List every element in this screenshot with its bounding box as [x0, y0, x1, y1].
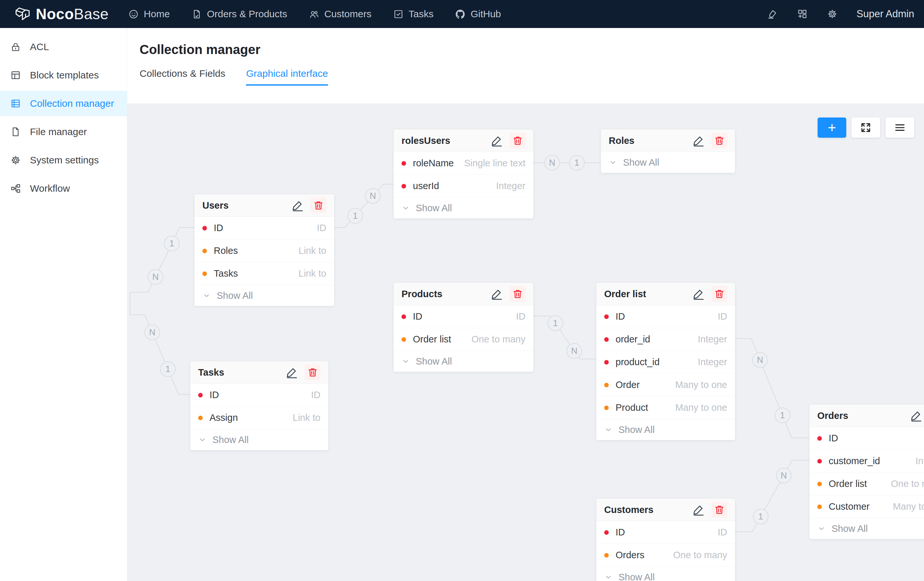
delete-collection-button[interactable] [510, 133, 525, 149]
entity-title: Roles [609, 136, 692, 146]
show-all-toggle[interactable]: Show All [195, 285, 334, 306]
content-header: Collection manager Collections & FieldsG… [127, 28, 924, 104]
diagram-menu-button[interactable] [886, 118, 914, 138]
cardinality-label: 1 [165, 364, 170, 374]
edit-collection-button[interactable] [285, 366, 299, 379]
sidebar-item-acl[interactable]: ACL [0, 34, 127, 60]
cardinality-label: 1 [169, 238, 174, 248]
nocobase-logo-icon [14, 5, 31, 22]
field-type: Integer [496, 180, 525, 191]
field-dot-red [604, 360, 609, 364]
delete-collection-button[interactable] [510, 286, 525, 302]
trash-icon [512, 135, 523, 146]
delete-collection-button[interactable] [311, 198, 326, 213]
tab-bar: Collections & FieldsGraphical interface [140, 68, 924, 86]
field-name: Roles [214, 245, 299, 256]
fullscreen-button[interactable] [851, 118, 880, 138]
entity-header[interactable]: Tasks [190, 361, 328, 384]
entity-header[interactable]: Users [195, 194, 334, 217]
entity-title: Products [401, 289, 490, 300]
nav-item-home[interactable]: Home [128, 0, 170, 28]
field-type: Integer [916, 456, 924, 467]
field-row-orders: OrdersOne to many [596, 544, 735, 567]
settings-gear-icon[interactable] [827, 8, 838, 20]
entity-header[interactable]: Order list [596, 283, 735, 305]
entity-card-users[interactable]: UsersIDIDRolesLink toTasksLink toShow Al… [195, 194, 334, 306]
edit-collection-button[interactable] [692, 134, 705, 147]
nocobase-logo[interactable]: NocoBase [0, 5, 109, 23]
cardinality-label: N [149, 328, 155, 337]
delete-collection-button[interactable] [711, 286, 727, 302]
tab-collections-fields[interactable]: Collections & Fields [140, 68, 225, 86]
entity-header[interactable]: Orders [810, 405, 924, 427]
entity-card-rolesusers[interactable]: rolesUsersroleNameSingle line textuserId… [394, 129, 533, 218]
sidebar-item-block-templates[interactable]: Block templates [0, 63, 127, 88]
er-diagram-canvas[interactable]: N11N1NN11NN11N UsersIDIDRolesLink toTask… [127, 104, 924, 581]
edit-collection-button[interactable] [490, 134, 503, 147]
delete-collection-button[interactable] [305, 364, 320, 380]
entity-card-orders[interactable]: OrdersIDIDcustomer_idIntegerOrder listOn… [810, 405, 924, 539]
show-all-toggle[interactable]: Show All [601, 152, 735, 173]
fullscreen-icon [860, 121, 872, 134]
sidebar-item-system-settings[interactable]: System settings [0, 147, 127, 173]
er-edge-products-order-list: 1N [533, 316, 596, 359]
field-name: ID [214, 223, 317, 233]
chevron-down-icon [609, 158, 617, 167]
nav-item-customers[interactable]: Customers [309, 0, 371, 28]
cardinality-label: 1 [758, 511, 763, 521]
entity-card-customers[interactable]: CustomersIDIDOrdersOne to manyShow All [596, 499, 735, 581]
smile-icon [128, 9, 139, 20]
check-square-icon [393, 9, 404, 20]
file-done-icon [191, 9, 202, 20]
show-all-toggle[interactable]: Show All [596, 419, 735, 440]
show-all-toggle[interactable]: Show All [394, 198, 533, 218]
user-menu[interactable]: Super Admin [856, 8, 914, 20]
edit-icon [291, 199, 304, 212]
sidebar-item-label: Block templates [30, 70, 99, 81]
edit-collection-button[interactable] [692, 287, 705, 300]
edit-icon [490, 134, 503, 147]
show-all-toggle[interactable]: Show All [394, 351, 533, 372]
nav-item-label: Customers [324, 8, 371, 20]
edit-collection-button[interactable] [291, 199, 304, 212]
entity-card-tasks[interactable]: TasksIDIDAssignLink toShow All [190, 361, 328, 450]
sidebar-item-workflow[interactable]: Workflow [0, 176, 127, 201]
chevron-down-icon [604, 425, 613, 434]
sidebar-item-collection-manager[interactable]: Collection manager [0, 91, 127, 116]
edit-icon [692, 503, 705, 516]
field-name: Orders [615, 550, 673, 561]
entity-header[interactable]: Roles [601, 129, 735, 152]
add-collection-button[interactable]: + [818, 118, 846, 138]
tab-graphical-interface[interactable]: Graphical interface [246, 68, 328, 86]
delete-collection-button[interactable] [711, 502, 727, 518]
show-all-label: Show All [619, 424, 655, 435]
entity-header[interactable]: Products [394, 283, 533, 305]
nav-item-label: Home [144, 8, 170, 20]
field-type: One to many [673, 550, 727, 561]
edit-collection-button[interactable] [490, 287, 503, 300]
nav-item-github[interactable]: GitHub [455, 0, 501, 28]
field-dot-orange [604, 406, 609, 410]
highlighter-icon[interactable] [767, 8, 778, 20]
entity-header[interactable]: Customers [596, 499, 735, 521]
show-all-label: Show All [623, 157, 659, 168]
edit-collection-button[interactable] [692, 503, 705, 516]
add-block-icon[interactable] [797, 8, 808, 20]
edit-icon [490, 287, 503, 300]
show-all-toggle[interactable]: Show All [810, 518, 924, 539]
delete-collection-button[interactable] [711, 133, 727, 149]
top-nav-right: Super Admin [767, 8, 924, 20]
nav-item-orders-products[interactable]: Orders & Products [191, 0, 287, 28]
show-all-toggle[interactable]: Show All [190, 429, 328, 450]
nav-item-tasks[interactable]: Tasks [393, 0, 434, 28]
field-type: ID [718, 527, 727, 538]
entity-card-products[interactable]: ProductsIDIDOrder listOne to manyShow Al… [394, 283, 533, 372]
entity-card-order-list[interactable]: Order listIDIDorder_idIntegerproduct_idI… [596, 283, 735, 440]
sidebar-item-file-manager[interactable]: File manager [0, 119, 127, 144]
field-type: Single line text [464, 158, 525, 169]
field-row-rolename: roleNameSingle line text [394, 152, 533, 175]
entity-header[interactable]: rolesUsers [394, 129, 533, 152]
entity-card-roles[interactable]: RolesShow All [601, 129, 735, 173]
edit-collection-button[interactable] [910, 409, 923, 422]
show-all-toggle[interactable]: Show All [596, 567, 735, 581]
